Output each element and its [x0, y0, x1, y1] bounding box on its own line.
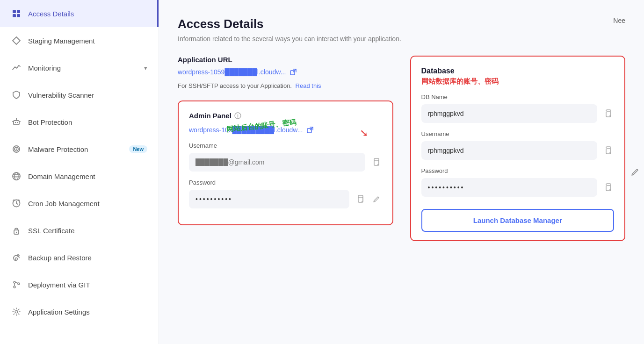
external-link-icon [306, 126, 314, 134]
external-link-icon [289, 68, 297, 76]
database-title: Database [421, 67, 615, 75]
sidebar-item-label: Monitoring [28, 64, 137, 72]
app-url-text: wordpress-1059███████l.cloudw... [178, 68, 286, 76]
backup-icon [11, 252, 22, 263]
db-password-field-row [421, 178, 615, 197]
svg-point-18 [14, 286, 15, 288]
db-name-field-row [421, 104, 615, 123]
lock-icon [11, 225, 22, 236]
db-username-input[interactable] [421, 141, 598, 160]
password-input[interactable] [189, 190, 349, 208]
username-field-row [189, 153, 382, 172]
svg-point-16 [15, 258, 18, 260]
svg-rect-1 [17, 10, 20, 13]
pencil-icon [373, 195, 380, 203]
edit-password-button[interactable] [371, 194, 382, 205]
admin-panel-card: Admin Panel wordpress-105█████████l.clou… [178, 100, 393, 225]
sidebar-item-label: Cron Job Management [28, 200, 147, 208]
copy-dbname-button[interactable] [602, 108, 614, 120]
copy-icon [604, 183, 612, 192]
svg-rect-0 [13, 10, 16, 13]
svg-rect-4 [14, 121, 19, 125]
copy-icon [372, 158, 380, 166]
read-this-link[interactable]: Read this [296, 82, 321, 89]
sidebar-item-malware-protection[interactable]: Malware Protection New [0, 136, 159, 163]
sidebar-item-application-settings[interactable]: Application Settings [0, 298, 159, 325]
svg-rect-2 [13, 14, 16, 17]
page-subtitle: Information related to the several ways … [178, 35, 625, 43]
bot-icon [11, 117, 22, 127]
launch-database-manager-button[interactable]: Launch Database Manager [421, 209, 615, 232]
copy-icon [356, 195, 364, 203]
database-panel: Database 网站数据库的账号、密码 DB Name Username [410, 56, 626, 241]
db-username-label: Username [421, 130, 615, 137]
copy-db-password-button[interactable] [602, 181, 614, 194]
main-content: Nee Access Details Information related t… [159, 0, 644, 344]
username-label: Username [189, 142, 382, 149]
info-icon [234, 112, 241, 119]
sidebar-item-label: Deployment via GIT [28, 281, 147, 289]
app-url-label: Application URL [178, 56, 393, 64]
svg-point-5 [15, 122, 16, 123]
sidebar-item-cron-job-management[interactable]: Cron Job Management [0, 190, 159, 217]
svg-point-7 [16, 118, 17, 119]
svg-point-15 [16, 232, 17, 233]
db-username-field-row [421, 141, 615, 160]
sidebar-item-label: SSL Certificate [28, 227, 147, 235]
admin-panel-title: Admin Panel [189, 112, 382, 120]
sidebar-item-label: Vulnerability Scanner [28, 91, 147, 99]
sidebar-item-ssl-certificate[interactable]: SSL Certificate [0, 217, 159, 244]
copy-icon [604, 146, 612, 155]
ssh-note: For SSH/SFTP access to your Application.… [178, 82, 393, 89]
git-icon [11, 280, 22, 290]
diamond-icon [11, 36, 22, 46]
right-edit-button[interactable] [631, 168, 639, 176]
sidebar-item-vulnerability-scanner[interactable]: Vulnerability Scanner [0, 81, 159, 108]
sidebar-item-label: Access Details [28, 10, 146, 18]
top-right-label: Nee [613, 17, 625, 24]
database-annotation: 网站数据库的账号、密码 [421, 77, 615, 86]
left-column: Application URL wordpress-1059███████l.c… [178, 56, 393, 225]
sidebar-item-bot-protection[interactable]: Bot Protection [0, 108, 159, 136]
db-password-label: Password [421, 167, 615, 174]
admin-panel-url[interactable]: wordpress-105█████████l.cloudw... [189, 126, 382, 134]
db-name-input[interactable] [421, 104, 598, 123]
sidebar-item-label: Bot Protection [28, 118, 147, 126]
clock-icon [11, 198, 22, 208]
svg-point-10 [16, 149, 17, 150]
right-column: Database 网站数据库的账号、密码 DB Name Username [410, 56, 626, 241]
copy-password-button[interactable] [354, 193, 366, 205]
copy-username-button[interactable] [370, 156, 382, 168]
db-name-label: DB Name [421, 93, 615, 100]
gear-icon [11, 307, 22, 317]
copy-db-username-button[interactable] [602, 144, 614, 157]
sidebar-item-backup-and-restore[interactable]: Backup and Restore [0, 244, 159, 271]
shield-icon [11, 90, 22, 100]
chevron-down-icon: ▾ [144, 64, 147, 72]
svg-point-20 [15, 310, 18, 313]
page-title: Access Details [178, 17, 625, 31]
sidebar-item-label: Application Settings [28, 308, 147, 316]
copy-icon [604, 109, 612, 118]
app-url-link[interactable]: wordpress-1059███████l.cloudw... [178, 68, 393, 76]
sidebar-item-label: Domain Management [28, 172, 147, 180]
new-badge: New [129, 145, 147, 153]
sidebar-item-monitoring[interactable]: Monitoring ▾ [0, 54, 159, 81]
password-field-row [189, 190, 382, 208]
username-input[interactable] [189, 153, 365, 172]
sidebar-item-access-details[interactable]: Access Details [0, 0, 159, 27]
svg-rect-3 [17, 14, 20, 17]
sidebar-item-staging-management[interactable]: Staging Management [0, 27, 159, 54]
sidebar: Access Details Staging Management Monito… [0, 0, 159, 344]
password-label: Password [189, 179, 382, 186]
db-password-input[interactable] [421, 178, 598, 197]
app-url-section: Application URL wordpress-1059███████l.c… [178, 56, 393, 89]
www-icon [11, 171, 22, 181]
sidebar-item-deployment-via-git[interactable]: Deployment via GIT [0, 271, 159, 298]
chart-icon [11, 63, 22, 73]
grid-icon [11, 8, 22, 19]
target-icon [11, 144, 22, 154]
svg-point-6 [17, 122, 18, 123]
sidebar-item-label: Backup and Restore [28, 254, 147, 262]
sidebar-item-domain-management[interactable]: Domain Management [0, 163, 159, 190]
